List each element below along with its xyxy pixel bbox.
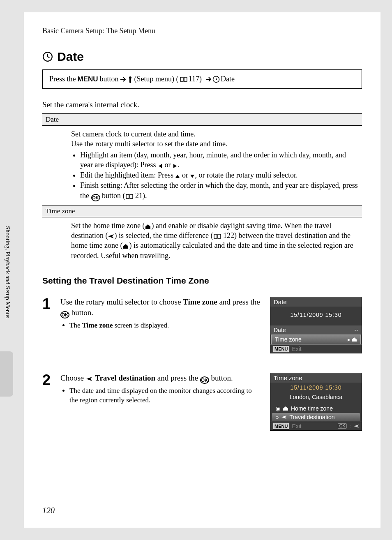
side-tab-label: Shooting, Playback and Setup Menus (0, 222, 14, 323)
lcd-display: Date 15/11/2009 15:30 Date-- Time zone▸ … (270, 297, 362, 353)
lcd-title: Time zone (270, 373, 362, 383)
lcd-title: Date (270, 297, 362, 307)
book-ref-icon (180, 76, 188, 82)
list-item: Edit the highlighted item: Press or , or… (80, 170, 359, 180)
triangle-up-icon (175, 174, 180, 179)
chapter-heading: Basic Camera Setup: The Setup Menu (42, 27, 362, 35)
clock-icon (42, 51, 53, 62)
path-text: (Setup menu) ( (134, 75, 179, 83)
home-icon (283, 406, 288, 411)
intro-text: Set the camera's internal clock. (42, 100, 362, 109)
clock-icon (212, 76, 220, 83)
step-text: Choose Travel destination and press the … (60, 373, 264, 431)
lcd-footer: MENUExit OK: (270, 422, 362, 430)
arrow-right-icon (120, 76, 127, 82)
options-table: Date Set camera clock to current date an… (42, 113, 362, 264)
lcd-region: London, Casablanca (270, 392, 362, 402)
menu-label: MENU (273, 423, 289, 429)
document-page: Basic Camera Setup: The Setup Menu Date … (24, 12, 380, 528)
menu-button-label: MENU (78, 75, 98, 83)
lcd-option-travel-selected: ○Travel destination (272, 413, 360, 421)
ok-button-icon: OK (60, 311, 69, 318)
wrench-icon (127, 76, 134, 83)
book-ref-icon (125, 194, 134, 199)
ok-label: OK (338, 423, 347, 429)
divider (42, 366, 362, 366)
home-icon (145, 224, 151, 229)
home-icon (351, 337, 357, 342)
table-header: Date (42, 114, 362, 126)
lcd-footer: MENUExit (270, 344, 362, 353)
triangle-right-icon: ▸ (348, 336, 350, 343)
path-text: 117) (189, 75, 202, 83)
lcd-datetime: 15/11/2009 15:30 (270, 383, 362, 392)
table-cell: Set the home time zone () and enable or … (42, 217, 362, 264)
divider (42, 290, 362, 290)
table-cell: Set camera clock to current date and tim… (42, 126, 362, 205)
ok-button-icon: OK (91, 194, 100, 201)
radio-selected-icon: ◉ (275, 405, 280, 412)
body-text: Set camera clock to current date and tim… (71, 129, 359, 139)
camera-screen-2: Time zone 15/11/2009 15:30 London, Casab… (270, 373, 362, 431)
lcd-display: Time zone 15/11/2009 15:30 London, Casab… (270, 373, 362, 431)
plane-icon (281, 415, 287, 420)
path-text: Date (221, 75, 235, 83)
instruction-list: Highlight an item (day, month, year, hou… (80, 150, 359, 201)
path-text: Press the (49, 75, 76, 83)
ok-button-icon: OK (200, 376, 209, 384)
path-text: button (100, 75, 119, 83)
table-header: Time zone (42, 205, 362, 217)
triangle-down-icon (190, 174, 195, 179)
triangle-left-icon (158, 164, 163, 168)
plane-icon (353, 424, 359, 428)
section-heading: Setting the Travel Destination Time Zone (42, 276, 362, 286)
radio-unselected-icon: ○ (275, 414, 279, 420)
step-2: 2 Choose Travel destination and press th… (42, 373, 362, 431)
plane-icon (86, 376, 93, 382)
page-number: 120 (42, 506, 55, 515)
lcd-row-date: Date-- (270, 325, 362, 335)
body-text: Use the rotary multi selector to set the… (71, 139, 359, 149)
book-ref-icon (213, 233, 221, 239)
lcd-row-timezone-selected: Time zone▸ (271, 335, 361, 344)
triangle-right-icon (173, 164, 178, 168)
lcd-option-home: ◉Home time zone (272, 404, 360, 413)
arrow-right-icon (205, 76, 212, 82)
page-title: Date (42, 50, 362, 64)
step-1: 1 Use the rotary multi selector to choos… (42, 297, 362, 353)
side-tab-marker (0, 351, 13, 397)
menu-label: MENU (273, 346, 289, 352)
list-item: The date and time displayed on the monit… (69, 386, 260, 405)
list-item: Highlight an item (day, month, year, hou… (80, 150, 359, 170)
camera-screen-1: Date 15/11/2009 15:30 Date-- Time zone▸ … (270, 297, 362, 353)
plane-icon (108, 233, 114, 239)
step-number: 1 (42, 297, 55, 353)
home-icon (122, 243, 129, 249)
step-text: Use the rotary multi selector to choose … (60, 297, 264, 353)
step-number: 2 (42, 373, 55, 431)
navigation-path-box: Press the MENU button (Setup menu) ( 117… (42, 69, 362, 89)
lcd-datetime: 15/11/2009 15:30 (270, 310, 362, 320)
list-item: The Time zone screen is displayed. (69, 321, 260, 330)
title-text: Date (57, 50, 84, 64)
list-item: Finish setting: After selecting the orde… (80, 180, 359, 201)
